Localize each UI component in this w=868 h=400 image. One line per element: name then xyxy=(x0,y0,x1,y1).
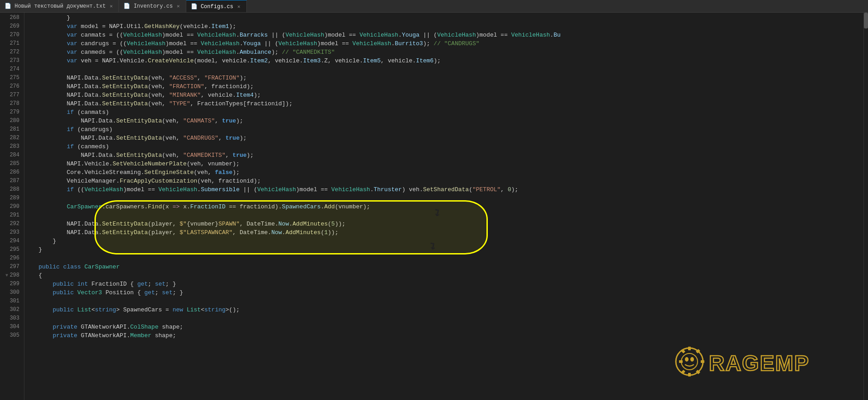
ln-280: 280 xyxy=(5,117,19,125)
ln-283: 283 xyxy=(5,142,19,151)
ln-272: 272 xyxy=(5,48,19,56)
code-line-295: } xyxy=(24,245,863,254)
tab-bar: 📄 Новый текстовый документ.txt ✕ 📄 Inven… xyxy=(0,0,868,13)
ln-295: 295 xyxy=(5,245,19,254)
svg-rect-8 xyxy=(681,370,685,374)
ln-271: 271 xyxy=(5,39,19,48)
ln-294: 294 xyxy=(5,237,19,245)
code-line-298: { xyxy=(24,271,863,280)
ragemp-watermark: RAGEMP xyxy=(674,341,845,382)
ln-285: 285 xyxy=(5,160,19,168)
code-line-271: var candrugs = ((VehicleHash)model == Ve… xyxy=(24,39,863,48)
ln-288: 288 xyxy=(5,185,19,194)
code-line-297: public class CarSpawner xyxy=(24,263,863,271)
ln-268: 268 xyxy=(5,14,19,22)
code-line-272: var canmeds = ((VehicleHash)model == Veh… xyxy=(24,48,863,56)
code-line-270: var canmats = ((VehicleHash)model == Veh… xyxy=(24,31,863,39)
code-line-268: } xyxy=(24,14,863,22)
code-line-280: NAPI.Data.SetEntityData(veh, "CANMATS", … xyxy=(24,117,863,125)
ln-273: 273 xyxy=(5,56,19,65)
ln-300: 300 xyxy=(5,288,19,297)
code-line-287: VehicleManager.FracApplyCustomization(ve… xyxy=(24,177,863,185)
ln-276: 276 xyxy=(5,82,19,91)
code-line-281: if (candrugs) xyxy=(24,125,863,134)
code-line-293: NAPI.Data.SetEntityData(player, $"LASTSP… xyxy=(24,228,863,237)
editor-area: 268 269 270 271 272 273 274 275 276 277 … xyxy=(0,13,868,400)
ln-290: 290 xyxy=(5,202,19,211)
ln-304: 304 xyxy=(5,323,19,331)
code-line-274 xyxy=(24,65,863,74)
code-line-282: NAPI.Data.SetEntityData(veh, "CANDRUGS",… xyxy=(24,134,863,142)
ln-301: 301 xyxy=(5,297,19,306)
ln-299: 299 xyxy=(5,280,19,288)
code-line-288: if ((VehicleHash)model == VehicleHash.Su… xyxy=(24,185,863,194)
code-line-277: NAPI.Data.SetEntityData(veh, "MINRANK", … xyxy=(24,91,863,99)
ln-274: 274 xyxy=(5,65,19,74)
tab-txt-label: 📄 Новый текстовый документ.txt xyxy=(5,3,106,9)
line-number-gutter: 268 269 270 271 272 273 274 275 276 277 … xyxy=(0,13,24,400)
code-line-275: NAPI.Data.SetEntityData(veh, "ACCESS", "… xyxy=(24,74,863,82)
code-line-305: private GTANetworkAPI.Member shape; xyxy=(24,331,863,340)
code-line-278: NAPI.Data.SetEntityData(veh, "TYPE", Fra… xyxy=(24,99,863,108)
ln-302: 302 xyxy=(5,306,19,314)
code-line-273: var veh = NAPI.Vehicle.CreateVehicle(mod… xyxy=(24,56,863,65)
ln-289: 289 xyxy=(5,194,19,202)
ln-305: 305 xyxy=(5,331,19,340)
code-line-284: NAPI.Data.SetEntityData(veh, "CANMEDKITS… xyxy=(24,151,863,160)
code-line-296 xyxy=(24,254,863,263)
code-line-269: var model = NAPI.Util.GetHashKey(vehicle… xyxy=(24,22,863,31)
ln-291: 291 xyxy=(5,211,19,220)
ln-287: 287 xyxy=(5,177,19,185)
svg-point-1 xyxy=(681,353,698,370)
ln-292: 292 xyxy=(5,220,19,228)
code-content[interactable]: } var model = NAPI.Util.GetHashKey(vehic… xyxy=(24,13,863,400)
code-line-292: NAPI.Data.SetEntityData(player, $"{vnumb… xyxy=(24,220,863,228)
code-line-294: } xyxy=(24,237,863,245)
svg-rect-6 xyxy=(681,349,685,353)
ln-279: 279 xyxy=(5,108,19,117)
ln-296: 296 xyxy=(5,254,19,263)
tab-txt[interactable]: 📄 Новый текстовый документ.txt ✕ xyxy=(0,0,119,12)
ln-298: 298▼ xyxy=(5,271,19,280)
tab-configs-label: 📄 Configs.cs xyxy=(191,3,233,10)
tab-configs-close[interactable]: ✕ xyxy=(236,3,242,10)
svg-point-10 xyxy=(685,357,689,362)
ln-269: 269 xyxy=(5,22,19,31)
svg-rect-4 xyxy=(679,360,683,363)
code-line-290: CarSpawner.carSpawners.Find(x => x.Fract… xyxy=(24,202,863,211)
code-line-285: NAPI.Vehicle.SetVehicleNumberPlate(veh, … xyxy=(24,160,863,168)
code-line-289 xyxy=(24,194,863,202)
tab-configs[interactable]: 📄 Configs.cs ✕ xyxy=(186,0,247,12)
ln-297: 297 xyxy=(5,263,19,271)
code-line-300: public Vector3 Position { get; set; } xyxy=(24,288,863,297)
svg-rect-3 xyxy=(688,373,691,376)
ln-270: 270 xyxy=(5,31,19,39)
tab-inventory[interactable]: 📄 Inventory.cs ✕ xyxy=(119,0,186,12)
tab-inventory-close[interactable]: ✕ xyxy=(175,3,181,9)
ln-278: 278 xyxy=(5,99,19,108)
ln-284: 284 xyxy=(5,151,19,160)
code-line-291 xyxy=(24,211,863,220)
ln-275: 275 xyxy=(5,74,19,82)
code-line-276: NAPI.Data.SetEntityData(veh, "FRACTION",… xyxy=(24,82,863,91)
tab-inventory-label: 📄 Inventory.cs xyxy=(123,3,173,9)
ln-303: 303 xyxy=(5,314,19,323)
ln-293: 293 xyxy=(5,228,19,237)
svg-text:RAGEMP: RAGEMP xyxy=(709,351,810,375)
code-line-301 xyxy=(24,297,863,306)
ragemp-logo-svg: RAGEMP xyxy=(674,341,845,382)
svg-rect-2 xyxy=(688,347,691,350)
tab-txt-close[interactable]: ✕ xyxy=(108,3,114,9)
scrollbar-thumb[interactable] xyxy=(864,13,868,28)
code-line-279: if (canmats) xyxy=(24,108,863,117)
ln-281: 281 xyxy=(5,125,19,134)
svg-point-11 xyxy=(690,357,694,362)
code-line-303 xyxy=(24,314,863,323)
scrollbar-track[interactable] xyxy=(863,13,868,400)
ln-277: 277 xyxy=(5,91,19,99)
svg-rect-5 xyxy=(701,360,704,363)
code-line-283: if (canmeds) xyxy=(24,142,863,151)
code-line-304: private GTANetworkAPI.ColShape shape; xyxy=(24,323,863,331)
code-line-299: public int FractionID { get; set; } xyxy=(24,280,863,288)
code-line-286: Core.VehicleStreaming.SetEngineState(veh… xyxy=(24,168,863,177)
